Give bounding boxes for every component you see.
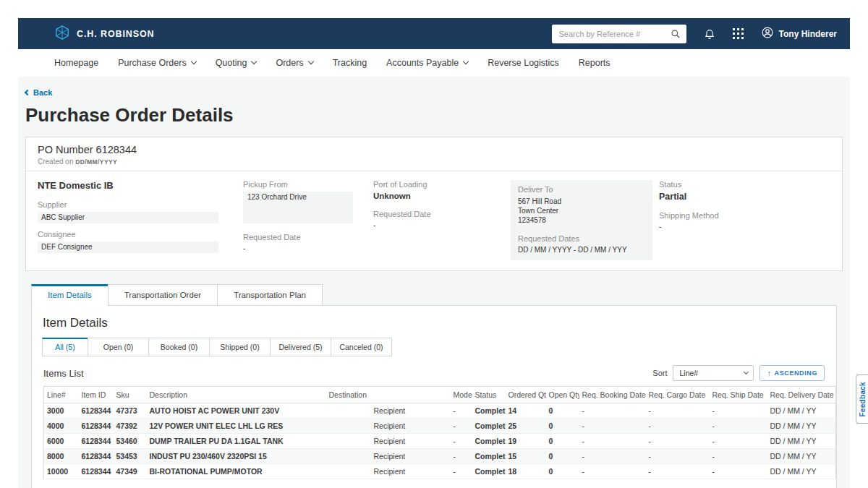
cell-item-id: 6128344 [79,403,114,419]
nav-orders[interactable]: Orders [276,58,312,68]
po-created-label: Created on [38,158,73,166]
cell-sku: 53453 [114,449,147,464]
cell-description: BI-ROTATIONAL PUMP/MOTOR [147,464,326,479]
cell-item-id: 6128344 [79,464,114,479]
po-col-pickup: Pickup From 123 Orchard Drive Requested … [243,180,373,260]
shipping-method-label: Shipping Method [659,211,830,220]
cell-req-delivery-date: DD / MM / YY [767,419,836,434]
po-col-status: Status Partial Shipping Method - [659,180,830,260]
feedback-label: Feedback [859,382,867,417]
cell-open-qty: 0 [546,464,579,479]
supplier-label: Supplier [38,200,243,209]
notifications-bell-icon[interactable] [704,28,715,40]
search-icon[interactable] [671,29,681,42]
column-header-open-qty: Open Qty [546,387,579,403]
sort-select-input[interactable]: Line# [673,365,754,381]
subtab-booked[interactable]: Booked (0) [148,338,210,356]
cell-req-ship-date: - [710,464,767,479]
cell-description: DUMP TRAILER PU DA 1.1GAL TANK [147,434,326,449]
tab-item-details[interactable]: Item Details [31,284,109,306]
chevron-left-icon [25,90,30,95]
app-frame: C.H. ROBINSON [18,18,850,488]
status-value: Partial [659,192,830,202]
nav-tracking[interactable]: Tracking [333,58,367,68]
cell-req-ship-date: - [710,449,767,464]
nav-quoting[interactable]: Quoting [216,58,257,68]
table-row: 4000 6128344 47392 12V POWER UNIT ELEC L… [44,419,836,434]
detail-tabs-section: Item Details Transportation Order Transp… [31,284,837,488]
page-title: Purchase Order Details [25,104,846,127]
cell-destination: Recipient [326,403,451,419]
cell-sku: 47349 [114,464,147,479]
nav-label: Accounts Payable [386,58,459,68]
nav-purchase-orders[interactable]: Purchase Orders [118,58,195,68]
chr-hexagon-logo-icon [54,25,70,43]
feedback-button[interactable]: Feedback [856,374,868,424]
po-detail-grid: NTE Domestic IB Supplier ABC Supplier Co… [26,171,842,270]
po-summary-card: PO Number 6128344 Created on DD/MM/YYYY … [25,137,843,271]
sort-direction-button[interactable]: ↑ ASCENDING [760,365,825,381]
apps-grid-icon[interactable] [733,28,744,39]
subtab-shipped[interactable]: Shipped (0) [209,338,271,356]
cell-ordered-qty: 19 [506,434,546,449]
cell-open-qty: 0 [546,434,579,449]
chevron-down-icon [307,59,313,64]
cell-description: 12V POWER UNIT ELEC LHL LG RES [147,419,326,434]
cell-destination: Recipient [326,419,451,434]
deliver-requested-dates-label: Requested Dates [518,234,645,243]
deliver-to-panel: Deliver To 567 Hill Road Town Center 123… [511,180,652,260]
brand-logo[interactable]: C.H. ROBINSON [54,25,155,43]
chevron-down-icon [190,59,196,64]
tab-transportation-order[interactable]: Transportation Order [108,284,218,306]
column-header-req-ship-date: Req. Ship Date [710,387,767,403]
cell-destination: Recipient [326,434,451,449]
cell-status: Complete [472,403,506,419]
tab-transportation-plan[interactable]: Transportation Plan [217,284,323,306]
page-content: Back Purchase Order Details PO Number 61… [18,77,850,488]
table-row: 10000 6128344 47349 BI-ROTATIONAL PUMP/M… [44,464,836,479]
main-nav: Homepage Purchase Orders Quoting Orders … [18,49,850,77]
po-created-line: Created on DD/MM/YYYY [38,158,830,166]
cell-line: 10000 [44,464,79,479]
po-type-title: NTE Domestic IB [38,180,243,191]
po-col-deliver: Deliver To 567 Hill Road Town Center 123… [511,180,659,260]
search-input[interactable] [552,25,686,43]
table-row: 6000 6128344 53460 DUMP TRAILER PU DA 1.… [44,434,836,449]
subtab-open[interactable]: Open (0) [88,338,149,356]
cell-sku: 53460 [114,434,147,449]
cell-mode: - [451,403,472,419]
port-requested-date-label: Requested Date [373,210,511,218]
user-menu[interactable]: Tony Hinderer [761,26,837,41]
port-of-loading-value: Unknown [373,192,511,200]
back-link[interactable]: Back [25,88,52,97]
column-header-req-cargo-date: Req. Cargo Date [646,387,710,403]
nav-label: Homepage [54,58,98,68]
deliver-requested-dates-value: DD / MM / YYYY - DD / MM / YYY [518,246,645,254]
cell-sku: 47392 [114,419,147,434]
nav-reports[interactable]: Reports [579,58,610,68]
subtab-canceled[interactable]: Canceled (0) [331,338,392,356]
cell-ordered-qty: 14 [506,403,546,419]
cell-destination: Recipient [326,449,451,464]
nav-accounts-payable[interactable]: Accounts Payable [386,58,468,68]
subtab-all[interactable]: All (5) [42,338,88,356]
cell-req-cargo-date: - [646,434,710,449]
column-header-status: Status [472,387,506,403]
nav-reverse-logistics[interactable]: Reverse Logistics [488,58,559,68]
column-header-description: Description [147,387,326,403]
consignee-value: DEF Consignee [38,241,218,253]
items-table: Line# Item ID Sku Description Destinatio… [43,386,836,479]
column-header-req-booking-date: Req. Booking Date [579,387,646,403]
nav-homepage[interactable]: Homepage [54,58,98,68]
topbar-actions: Tony Hinderer [552,25,837,43]
cell-req-ship-date: - [710,403,767,419]
nav-label: Reports [579,58,610,68]
item-details-card: Item Details All (5) Open (0) Booked (0)… [31,305,837,488]
cell-ordered-qty: 18 [506,464,546,479]
nav-label: Orders [276,58,303,68]
subtab-delivered[interactable]: Delivered (5) [270,338,331,356]
items-list-header: Items List Sort Line# ↑ ASCENDING [43,365,825,381]
cell-ordered-qty: 25 [506,419,546,434]
nav-label: Purchase Orders [118,58,186,68]
cell-status: Complete [472,434,506,449]
